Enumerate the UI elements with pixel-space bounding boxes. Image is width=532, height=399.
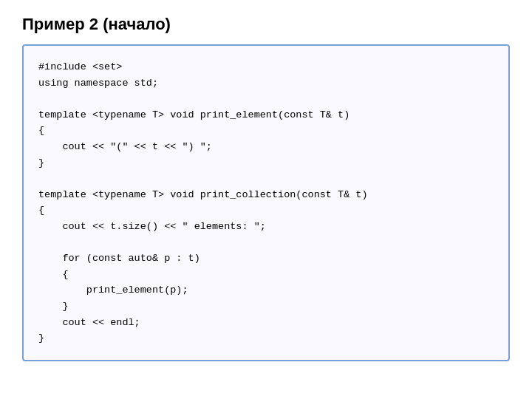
slide-title: Пример 2 (начало) bbox=[22, 15, 510, 34]
slide-container: Пример 2 (начало) #include <set> using n… bbox=[22, 15, 510, 361]
code-block: #include <set> using namespace std; temp… bbox=[38, 59, 494, 347]
code-box: #include <set> using namespace std; temp… bbox=[22, 44, 510, 361]
